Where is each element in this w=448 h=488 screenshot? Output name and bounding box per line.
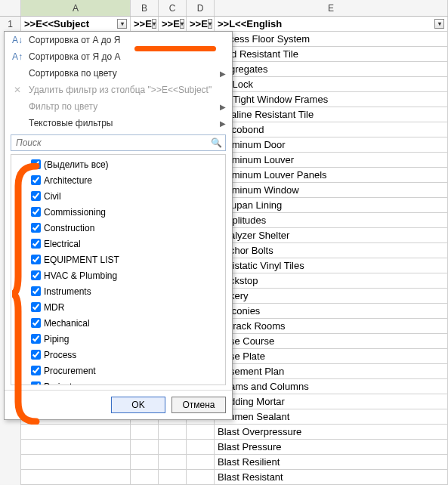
- cell-english[interactable]: Anchor Bolts: [215, 243, 448, 258]
- cell-english[interactable]: Aluminum Window: [215, 183, 448, 198]
- text-filters[interactable]: Текстовые фильтры ▶: [5, 115, 232, 131]
- cell[interactable]: [21, 470, 131, 485]
- cell[interactable]: [159, 425, 187, 440]
- cell[interactable]: [131, 455, 159, 470]
- filter-value-label: Electrical: [44, 239, 81, 249]
- field-header-b[interactable]: >>E ▾: [131, 17, 159, 32]
- cell[interactable]: [131, 470, 159, 485]
- field-header-e[interactable]: >>L<<English ▾: [215, 17, 448, 32]
- col-header-c[interactable]: C: [159, 0, 187, 16]
- cell[interactable]: [21, 455, 131, 470]
- col-header-a[interactable]: A: [21, 0, 131, 16]
- cell-english[interactable]: Base Plate: [215, 349, 448, 364]
- filter-arrow-icon[interactable]: ▾: [434, 19, 444, 29]
- filter-arrow-icon[interactable]: ▾: [152, 19, 156, 29]
- submenu-arrow-icon: ▶: [220, 119, 226, 128]
- col-header-d[interactable]: D: [187, 0, 215, 16]
- filter-value-item[interactable]: MDR: [11, 299, 225, 315]
- filter-value-item[interactable]: EQUIPMENT LIST: [11, 252, 225, 267]
- cell-english[interactable]: Aluminum Louver: [215, 153, 448, 168]
- filter-value-label: Construction: [44, 223, 94, 233]
- filter-value-item[interactable]: Instruments: [11, 283, 225, 299]
- cell-english[interactable]: Beams and Columns: [215, 379, 448, 394]
- field-header-a[interactable]: >>E<<Subject ▾: [21, 17, 131, 32]
- cell-english[interactable]: Antistatic Vinyl Tiles: [215, 258, 448, 273]
- cell-english[interactable]: Aluminum Door: [215, 137, 448, 153]
- field-header-d-text: >>E: [190, 18, 208, 29]
- cell-english[interactable]: Balconies: [215, 304, 448, 319]
- cell-english[interactable]: Bedding Mortar: [215, 394, 448, 409]
- filter-value-item[interactable]: Civil: [11, 188, 225, 204]
- clear-filter: ✕ Удалить фильтр из столбца ">>E<<Subjec…: [5, 82, 232, 98]
- filter-value-item[interactable]: Architecture: [11, 172, 225, 188]
- row-number[interactable]: [0, 470, 21, 485]
- cell-english[interactable]: Basement Plan: [215, 364, 448, 379]
- filter-arrow-icon[interactable]: ▾: [180, 19, 184, 29]
- cell-english[interactable]: Aggregates: [215, 62, 448, 77]
- cell[interactable]: [21, 440, 131, 455]
- field-header-a-text: >>E<<Subject: [24, 18, 89, 29]
- cell[interactable]: [159, 455, 187, 470]
- table-row: Blast Pressure: [0, 440, 448, 455]
- cell-english[interactable]: Alyupan Lining: [215, 198, 448, 213]
- col-header-e[interactable]: E: [215, 0, 448, 16]
- cell-english[interactable]: Air Lock: [215, 77, 448, 92]
- cell-english[interactable]: Aluminum Louver Panels: [215, 168, 448, 183]
- cell-english[interactable]: Access Floor System: [215, 32, 448, 47]
- filter-arrow-icon[interactable]: ▾: [208, 19, 212, 29]
- cell[interactable]: [21, 425, 131, 440]
- ok-button[interactable]: OK: [111, 397, 165, 413]
- filter-value-item[interactable]: Electrical: [11, 236, 225, 252]
- filter-value-item[interactable]: Mechanical: [11, 315, 225, 331]
- field-header-c[interactable]: >>E ▾: [159, 17, 187, 32]
- cell[interactable]: [187, 470, 215, 485]
- row-number[interactable]: [0, 455, 21, 470]
- filter-value-item[interactable]: Process: [11, 347, 225, 363]
- cell-english[interactable]: Bitumen Sealant: [215, 409, 448, 425]
- selectall-corner[interactable]: [0, 0, 21, 16]
- cancel-button[interactable]: Отмена: [171, 397, 226, 413]
- filter-values[interactable]: (Выделить все) ArchitectureCivilCommissi…: [11, 154, 226, 385]
- cell-english[interactable]: Alucobond: [215, 122, 448, 137]
- filter-value-item[interactable]: Piping: [11, 331, 225, 347]
- field-header-d[interactable]: >>E ▾: [187, 17, 215, 32]
- filter-value-item[interactable]: Project: [11, 378, 225, 385]
- filter-arrow-icon[interactable]: ▾: [117, 19, 127, 29]
- cell-english[interactable]: Analyzer Shelter: [215, 228, 448, 243]
- row-number[interactable]: [0, 440, 21, 455]
- row-number[interactable]: 1: [0, 17, 21, 32]
- filter-value-item[interactable]: Procurement: [11, 363, 225, 378]
- col-header-b[interactable]: B: [131, 0, 159, 16]
- cell-english[interactable]: Amplitudes: [215, 213, 448, 228]
- filter-value-label: HVAC & Plumbing: [44, 270, 117, 281]
- filter-value-select-all[interactable]: (Выделить все): [11, 156, 225, 172]
- cell-english[interactable]: Air-Tight Window Frames: [215, 92, 448, 107]
- field-header-b-text: >>E: [134, 18, 152, 29]
- filter-search-input[interactable]: [14, 137, 211, 149]
- cell[interactable]: [159, 470, 187, 485]
- cell-english[interactable]: Blast Pressure: [215, 440, 448, 455]
- cell-english[interactable]: Blast Resistant: [215, 470, 448, 485]
- filter-value-label: Procurement: [44, 366, 96, 376]
- filter-search[interactable]: 🔍: [11, 134, 226, 151]
- cell[interactable]: [187, 440, 215, 455]
- cell-english[interactable]: Backstop: [215, 273, 448, 289]
- cell[interactable]: [131, 440, 159, 455]
- sort-by-color[interactable]: Сортировка по цвету ▶: [5, 65, 232, 82]
- cell-english[interactable]: Alkaline Resistant Tile: [215, 107, 448, 122]
- cell[interactable]: [131, 425, 159, 440]
- funnel-clear-icon: ✕: [11, 85, 24, 95]
- cell-english[interactable]: Blast Overpressure: [215, 425, 448, 440]
- cell-english[interactable]: Barrack Rooms: [215, 319, 448, 334]
- cell-english[interactable]: Acid Resistant Tile: [215, 47, 448, 62]
- cell-english[interactable]: Base Course: [215, 334, 448, 349]
- cell[interactable]: [159, 440, 187, 455]
- filter-value-item[interactable]: Construction: [11, 220, 225, 236]
- cell-english[interactable]: Bakery: [215, 289, 448, 304]
- filter-value-item[interactable]: Commissioning: [11, 204, 225, 220]
- filter-value-item[interactable]: HVAC & Plumbing: [11, 267, 225, 283]
- row-number[interactable]: [0, 425, 21, 440]
- cell[interactable]: [187, 425, 215, 440]
- cell[interactable]: [187, 455, 215, 470]
- cell-english[interactable]: Blast Resilient: [215, 455, 448, 470]
